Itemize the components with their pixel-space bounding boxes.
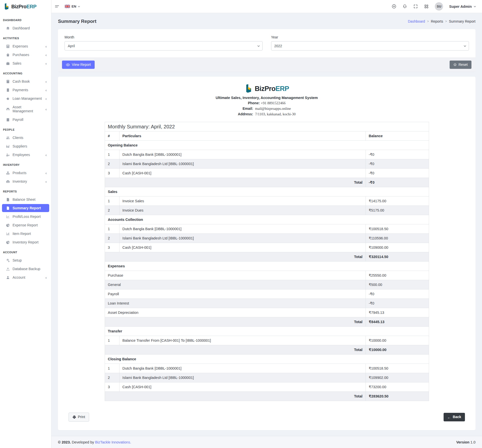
sidebar-item-label: Asset Management: [13, 105, 43, 113]
table-row: 2Islami Bank Bangladesh Ltd [IBBL-100000…: [105, 234, 429, 243]
index-cell: 1: [105, 336, 119, 345]
sidebar-item-employees[interactable]: Employees‹: [2, 151, 49, 159]
balance-cell: ₹73200.00: [366, 382, 429, 392]
year-select[interactable]: 2022: [271, 41, 469, 51]
total-balance-cell: ₹10000.00: [366, 345, 429, 355]
column-header-: #: [105, 131, 119, 141]
sidebar-item-sales[interactable]: Sales‹: [2, 59, 49, 67]
sidebar-item-cash-book[interactable]: Cash Book‹: [2, 77, 49, 85]
index-cell: 2: [105, 234, 119, 243]
sidebar-item-item-report[interactable]: Item Report: [2, 230, 49, 238]
sidebar-toggle-icon[interactable]: [55, 4, 60, 9]
table-row: 2Islami Bank Bangladesh Ltd [IBBL-100000…: [105, 159, 429, 169]
month-select[interactable]: April: [65, 41, 263, 51]
sidebar-item-label: Setup: [13, 258, 22, 262]
chevron-down-icon: [474, 6, 476, 7]
sidebar-item-expenses[interactable]: Expenses‹: [2, 42, 49, 50]
sidebar-brand[interactable]: BizProERP: [0, 0, 51, 13]
total-balance-cell: ₹320114.50: [366, 252, 429, 262]
notifications-bell-icon[interactable]: [402, 4, 407, 9]
breadcrumb-dashboard-link[interactable]: Dashboard: [408, 19, 425, 23]
sidebar-item-payments[interactable]: Payments‹: [2, 86, 49, 94]
suppliers-icon: [6, 144, 10, 148]
section-header-row-expenses: Expenses: [105, 262, 429, 271]
section-total-row: Total-₹0: [105, 178, 429, 187]
particulars-cell: Islami Bank Bangladesh Ltd [IBBL-1000001…: [119, 234, 366, 243]
sidebar-item-asset-management[interactable]: Asset Management‹: [2, 103, 49, 115]
view-report-button[interactable]: View Report: [62, 61, 95, 69]
sidebar-item-products[interactable]: Products‹: [2, 169, 49, 177]
table-row: 2Invoice Dues₹5175.00: [105, 206, 429, 215]
topbar-actions: SU Super Admin: [392, 2, 476, 11]
particulars-cell: Cash [CASH-001]: [119, 243, 366, 252]
page-footer: © 2023. Developed by BizTackle Innovatio…: [51, 436, 482, 448]
cash-book-icon: [6, 80, 10, 83]
sidebar-item-setup[interactable]: Setup: [2, 256, 49, 264]
main-area: EN: [51, 0, 482, 448]
print-button[interactable]: Print: [69, 413, 89, 421]
table-row: 1Invoice Sales₹14175.00: [105, 196, 429, 206]
filter-card: Month April Year 2022: [58, 29, 475, 72]
sidebar-item-label: Database Backup: [13, 267, 40, 271]
employees-icon: [6, 153, 10, 157]
sidebar-item-label: Payroll: [13, 118, 23, 122]
index-cell: 1: [105, 150, 119, 159]
sidebar-item-payroll[interactable]: Payroll: [2, 116, 49, 124]
chevron-left-icon: ‹: [45, 153, 47, 157]
table-row: 3Cash [CASH-001]₹109000.00: [105, 243, 429, 252]
org-address: Address: 7/1103, kakkanad, kochi-30: [64, 112, 469, 116]
sidebar-item-suppliers[interactable]: Suppliers: [2, 142, 49, 150]
particulars-cell: Dutch Bangla Bank [DBBL-1000001]: [119, 224, 366, 234]
table-row: 1Dutch Bangla Bank [DBBL-1000001]₹100518…: [105, 364, 429, 373]
reset-button[interactable]: Reset: [450, 61, 471, 69]
sidebar-item-inventory[interactable]: Inventory‹: [2, 177, 49, 185]
sidebar-item-clients[interactable]: Clients: [2, 134, 49, 142]
apps-grid-icon[interactable]: [424, 4, 429, 9]
balance-cell: ₹7945.13: [366, 308, 429, 317]
sidebar-item-label: Balance Sheet: [13, 197, 35, 202]
particulars-cell: Loan Interest: [105, 299, 366, 308]
item-report-icon: [6, 232, 10, 236]
particulars-cell: General: [105, 280, 366, 289]
table-row: 1Dutch Bangla Bank [DBBL-1000001]-₹0: [105, 150, 429, 159]
report-actions: Print ← Back: [69, 413, 465, 421]
total-label: Total: [105, 392, 366, 401]
sidebar-item-summary-report[interactable]: Summary Report: [2, 204, 49, 212]
chevron-left-icon: ‹: [45, 97, 47, 101]
sidebar-item-purchases[interactable]: Purchases‹: [2, 51, 49, 59]
balance-cell: ₹10000.00: [366, 336, 429, 345]
sidebar-item-profit-loss-report[interactable]: Profit/Loss Report: [2, 213, 49, 221]
sidebar-item-label: Suppliers: [13, 144, 27, 148]
sidebar-item-label: Expenses: [13, 44, 28, 48]
language-selector[interactable]: EN: [65, 5, 80, 8]
plus-circle-icon[interactable]: [392, 4, 396, 9]
sidebar-item-database-backup[interactable]: Database Backup: [2, 265, 49, 273]
sidebar: BizProERP DASHBOARDDashboardACTIVITIESEx…: [0, 0, 51, 448]
asset-management-icon: [6, 107, 10, 111]
year-field: Year 2022: [271, 35, 469, 51]
sidebar-item-account[interactable]: Account‹: [2, 273, 49, 281]
back-button[interactable]: ← Back: [444, 413, 465, 421]
index-cell: 2: [105, 373, 119, 382]
section-total-row: Total₹10000.00: [105, 345, 429, 355]
brand-logo-icon: [4, 3, 10, 10]
report-table-title: Monthly Summary: April, 2022: [105, 122, 429, 131]
fullscreen-icon[interactable]: [413, 4, 418, 9]
app-root: BizProERP DASHBOARDDashboardACTIVITIESEx…: [0, 0, 482, 448]
developer-link[interactable]: BizTackle Innovations.: [95, 440, 131, 444]
avatar[interactable]: SU: [435, 2, 443, 11]
chevron-left-icon: ‹: [45, 62, 47, 65]
sidebar-item-dashboard[interactable]: Dashboard: [2, 24, 49, 32]
chevron-down-icon: [78, 6, 80, 7]
table-row: 1Balance Transfer From [CASH-001] To [IB…: [105, 336, 429, 345]
section-header-row-sales: Sales: [105, 187, 429, 196]
particulars-cell: Invoice Sales: [119, 196, 366, 206]
sidebar-item-inventory-report[interactable]: Inventory Report: [2, 238, 49, 246]
index-cell: 2: [105, 206, 119, 215]
chevron-left-icon: ‹: [45, 171, 47, 175]
particulars-cell: Islami Bank Bangladesh Ltd [IBBL-1000001…: [119, 373, 366, 382]
sidebar-item-balance-sheet[interactable]: Balance Sheet: [2, 195, 49, 204]
user-menu[interactable]: Super Admin: [449, 5, 476, 9]
sidebar-item-expense-report[interactable]: Expense Report: [2, 221, 49, 229]
sidebar-item-loan-management[interactable]: Loan Management‹: [2, 94, 49, 103]
